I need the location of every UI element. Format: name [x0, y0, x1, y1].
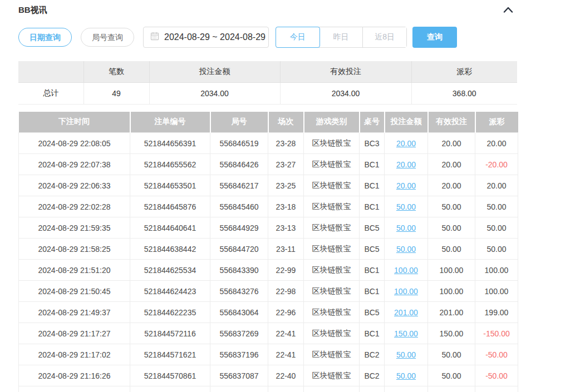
cell-table-no: BC1: [360, 323, 385, 344]
cell-round-id: 556843064: [210, 302, 268, 323]
summary-total-label: 总计: [18, 82, 83, 104]
cell-bet-amount: 50.00: [385, 365, 428, 386]
bet-amount-link[interactable]: 50.00: [396, 371, 416, 380]
range-today-button[interactable]: 今日: [276, 27, 320, 48]
cell-payout: 20.00: [475, 133, 518, 154]
table-row: 2024-08-29 22:07:38521844655562556846426…: [19, 154, 518, 175]
cell-bet-id: 521844656391: [130, 133, 210, 154]
cell-valid-bet: 50.00: [428, 196, 475, 217]
cell-bet-amount: 201.00: [385, 302, 428, 323]
bet-amount-link[interactable]: 50.00: [396, 245, 416, 254]
summary-header-row: 笔数 投注金额 有效投注 派彩: [18, 61, 517, 82]
collapse-button[interactable]: [502, 5, 514, 15]
tab-date-query[interactable]: 日期查询: [18, 28, 72, 47]
cell-bet-amount: 150.00: [385, 323, 428, 344]
table-row: 2024-08-29 21:51:20521844625534556843390…: [19, 260, 518, 281]
cell-bet-id: 521844655562: [130, 154, 210, 175]
summary-header-payout: 派彩: [411, 61, 517, 82]
summary-header-valid-bet: 有效投注: [280, 61, 411, 82]
summary-total-valid-bet: 2034.00: [280, 82, 411, 104]
cell-empty: [268, 386, 304, 392]
bet-table-body: 2024-08-29 22:08:05521844656391556846519…: [19, 133, 518, 392]
cell-valid-bet: 20.00: [428, 154, 475, 175]
header-table-no: 桌号: [360, 112, 385, 133]
bet-table: 下注时间 注单编号 局号 场次 游戏类别 桌号 投注金额 有效投注 派彩 202…: [18, 112, 518, 392]
table-row: 2024-08-29 22:02:28521844645876556845460…: [19, 196, 518, 217]
cell-payout: -50.00: [475, 365, 518, 386]
cell-bet-time: 2024-08-29 22:08:05: [19, 133, 130, 154]
cell-payout: 50.00: [475, 239, 518, 260]
bet-amount-link[interactable]: 150.00: [394, 329, 418, 338]
range-last8days-button[interactable]: 近8日: [363, 27, 406, 47]
bet-amount-link[interactable]: 50.00: [396, 224, 416, 232]
summary-header-blank: [18, 61, 83, 82]
cell-round-id: 556846519: [210, 133, 268, 154]
cell-session: 23-27: [268, 154, 304, 175]
cell-game-type: 区块链骰宝: [304, 260, 360, 281]
bet-amount-link[interactable]: 50.00: [396, 350, 416, 359]
bet-amount-link[interactable]: 100.00: [394, 287, 418, 296]
cell-game-type: 区块链骰宝: [304, 175, 360, 196]
table-row: 2024-08-29 21:17:27521844572116556837269…: [19, 323, 518, 344]
cell-payout: 100.00: [475, 281, 518, 302]
bet-amount-link[interactable]: 50.00: [396, 202, 416, 211]
cell-game-type: 区块链骰宝: [304, 133, 360, 154]
cell-session: 22-41: [268, 323, 304, 344]
cell-empty: [360, 386, 385, 392]
cell-payout: 199.00: [475, 302, 518, 323]
cell-session: 23-25: [268, 175, 304, 196]
cell-valid-bet: 100.00: [428, 260, 475, 281]
bet-amount-link[interactable]: 20.00: [396, 181, 416, 190]
cell-bet-id: 521844640641: [130, 217, 210, 239]
bet-amount-link[interactable]: 100.00: [394, 266, 418, 275]
cell-round-id: 556844929: [210, 217, 268, 239]
cell-bet-id: 521844638442: [130, 239, 210, 260]
cell-bet-time: 2024-08-29 21:49:37: [19, 302, 130, 323]
cell-payout: 50.00: [475, 196, 518, 217]
cell-valid-bet: 50.00: [428, 217, 475, 239]
table-row: 2024-08-29 21:58:25521844638442556844720…: [19, 239, 518, 260]
bet-amount-link[interactable]: 201.00: [394, 308, 418, 317]
summary-header-bet-amount: 投注金额: [149, 61, 280, 82]
cell-bet-id: 521844624423: [130, 281, 210, 302]
cell-empty: [19, 386, 130, 392]
quick-range-group: 今日 昨日 近8日: [276, 27, 407, 48]
summary-table: 笔数 投注金额 有效投注 派彩 总计 49 2034.00 2034.00 36…: [18, 61, 517, 105]
cell-table-no: BC5: [360, 217, 385, 239]
cell-bet-amount: 100.00: [385, 260, 428, 281]
date-range-input[interactable]: 2024-08-29 ~ 2024-08-29: [143, 27, 269, 48]
range-yesterday-button[interactable]: 昨日: [320, 27, 363, 47]
table-row: 2024-08-29 22:08:05521844656391556846519…: [19, 133, 518, 154]
summary-total-bet-amount: 2034.00: [149, 82, 280, 104]
cell-table-no: BC1: [360, 196, 385, 217]
cell-empty: [304, 386, 360, 392]
cell-game-type: 区块链骰宝: [304, 217, 360, 239]
cell-bet-id: 521844570861: [130, 365, 210, 386]
search-button[interactable]: 查询: [412, 27, 457, 48]
date-range-value: 2024-08-29 ~ 2024-08-29: [164, 32, 266, 42]
cell-table-no: BC5: [360, 239, 385, 260]
cell-table-no: BC2: [360, 365, 385, 386]
summary-total-payout: 368.00: [411, 82, 517, 104]
summary-header-count: 笔数: [83, 61, 149, 82]
cell-bet-amount: 50.00: [385, 239, 428, 260]
table-row: 2024-08-29 21:49:37521844622235556843064…: [19, 302, 518, 323]
cell-bet-amount: 50.00: [385, 196, 428, 217]
cell-bet-time: 2024-08-29 22:07:38: [19, 154, 130, 175]
cell-bet-amount: 20.00: [385, 133, 428, 154]
table-row: 2024-08-29 21:59:35521844640641556844929…: [19, 217, 518, 239]
cell-payout: 100.00: [475, 260, 518, 281]
tab-round-query[interactable]: 局号查询: [81, 28, 134, 47]
cell-valid-bet: 100.00: [428, 281, 475, 302]
cell-session: 22-98: [268, 281, 304, 302]
summary-total-row: 总计 49 2034.00 2034.00 368.00: [18, 82, 517, 104]
cell-bet-time: 2024-08-29 21:51:20: [19, 260, 130, 281]
calendar-icon: [150, 32, 164, 43]
bet-amount-link[interactable]: 20.00: [396, 139, 416, 148]
cell-bet-id: 521844572116: [130, 323, 210, 344]
cell-session: 23-11: [268, 239, 304, 260]
bet-amount-link[interactable]: 20.00: [396, 160, 416, 169]
cell-valid-bet: 50.00: [428, 239, 475, 260]
cell-bet-id: 521844625534: [130, 260, 210, 281]
table-row: 2024-08-29 21:50:45521844624423556843276…: [19, 281, 518, 302]
